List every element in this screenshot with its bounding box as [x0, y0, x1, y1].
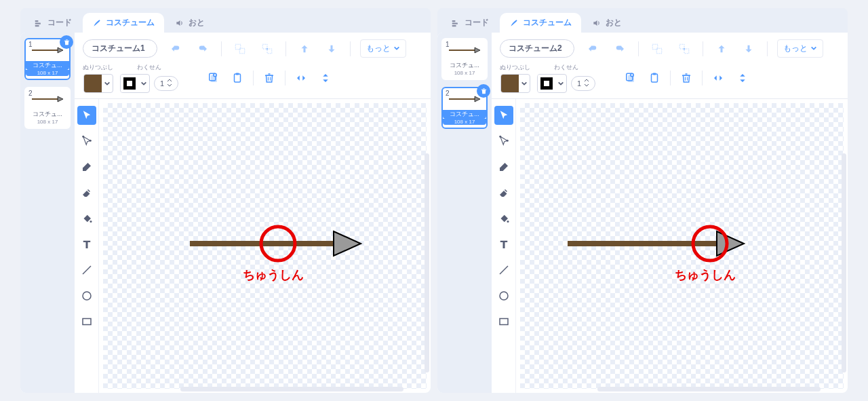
- svg-point-16: [89, 140, 91, 142]
- outline-width-input[interactable]: 1: [571, 76, 595, 91]
- costume-thumbnail[interactable]: 1 コスチュ... 108 x 17: [441, 38, 488, 80]
- fill-tool[interactable]: [494, 209, 513, 228]
- text-tool[interactable]: [494, 235, 513, 254]
- tab-label: コスチューム: [106, 17, 155, 28]
- brush-tool[interactable]: [77, 157, 96, 176]
- forward-button[interactable]: [713, 40, 730, 58]
- canvas[interactable]: ちゅうしん: [516, 99, 848, 393]
- copy-button[interactable]: [204, 69, 222, 87]
- undo-button[interactable]: [167, 40, 184, 58]
- flip-horizontal-button[interactable]: [709, 69, 727, 87]
- costume-name-input[interactable]: コスチューム1: [83, 39, 157, 58]
- tab-costumes[interactable]: コスチューム: [83, 13, 164, 33]
- eraser-tool[interactable]: [494, 183, 513, 202]
- tab-code[interactable]: コード: [441, 13, 498, 33]
- delete-costume-button[interactable]: [60, 35, 73, 49]
- outline-color-picker[interactable]: [537, 74, 567, 93]
- fill-swatch: [501, 75, 519, 92]
- backward-button[interactable]: [740, 40, 757, 58]
- costume-thumbnail[interactable]: 2 コスチュ... 108 x 17: [24, 87, 71, 129]
- delete-button[interactable]: [260, 69, 278, 87]
- chevron-down-icon: [519, 80, 530, 87]
- svg-rect-14: [236, 73, 239, 75]
- outline-width-input[interactable]: 1: [154, 76, 178, 91]
- redo-button[interactable]: [611, 40, 629, 58]
- costume-list: 1 コスチュ... 108 x 17 2 コスチュ... 108 x 17: [437, 33, 492, 393]
- outline-color-picker[interactable]: [120, 74, 150, 93]
- forward-button[interactable]: [296, 40, 313, 58]
- paste-button[interactable]: [646, 69, 663, 87]
- reshape-tool[interactable]: [494, 132, 513, 151]
- ungroup-button[interactable]: [675, 40, 693, 58]
- delete-button[interactable]: [677, 69, 695, 87]
- costume-thumbnail[interactable]: 2 コスチュ... 108 x 17: [441, 87, 488, 129]
- more-menu[interactable]: もっと: [777, 39, 823, 58]
- select-tool[interactable]: [77, 106, 96, 125]
- brush-icon: [509, 18, 519, 28]
- line-tool[interactable]: [77, 261, 96, 280]
- chevron-down-icon: [102, 80, 113, 87]
- thumb-index: 1: [28, 41, 33, 48]
- svg-point-18: [83, 292, 91, 300]
- eraser-tool[interactable]: [77, 183, 96, 202]
- fill-color-picker[interactable]: [500, 74, 530, 93]
- brush-icon: [92, 18, 102, 28]
- backward-button[interactable]: [323, 40, 340, 58]
- tab-costumes[interactable]: コスチューム: [500, 13, 581, 33]
- vertical-scrollbar[interactable]: [842, 153, 846, 373]
- sound-icon: [175, 18, 184, 28]
- line-tool[interactable]: [494, 261, 513, 280]
- fill-tool[interactable]: [77, 209, 96, 228]
- chevron-down-icon: [138, 80, 149, 87]
- svg-point-9: [267, 47, 269, 50]
- group-button[interactable]: [231, 40, 249, 58]
- thumb-size: 108 x 17: [443, 70, 486, 76]
- brush-tool[interactable]: [494, 157, 513, 176]
- circle-tool[interactable]: [77, 286, 96, 305]
- group-button[interactable]: [648, 40, 666, 58]
- redo-button[interactable]: [194, 40, 212, 58]
- ungroup-button[interactable]: [258, 40, 276, 58]
- circle-tool[interactable]: [494, 286, 513, 305]
- costume-name-input[interactable]: コスチューム2: [500, 39, 574, 58]
- flip-vertical-button[interactable]: [734, 69, 751, 87]
- canvas[interactable]: ちゅうしん: [99, 99, 431, 393]
- rect-tool[interactable]: [494, 312, 513, 331]
- editor-pane: コードコスチュームおと 1 コスチュ... 108 x 17 2 コスチュ...…: [20, 8, 431, 393]
- tab-bar: コードコスチュームおと: [437, 8, 848, 33]
- delete-costume-button[interactable]: [477, 84, 490, 98]
- outline-width-value: 1: [160, 79, 164, 88]
- horizontal-scrollbar[interactable]: [597, 387, 821, 392]
- svg-point-39: [507, 221, 509, 223]
- text-tool[interactable]: [77, 235, 96, 254]
- paint-toolbar: コスチューム2 もっと ぬりつぶし わくせん 1: [492, 33, 848, 99]
- vertical-scrollbar[interactable]: [425, 153, 429, 373]
- rect-tool[interactable]: [77, 312, 96, 331]
- tab-label: コード: [465, 17, 489, 28]
- chevron-down-icon: [555, 80, 566, 87]
- thumb-size: 108 x 17: [443, 119, 486, 125]
- fill-color-picker[interactable]: [83, 74, 113, 93]
- more-menu[interactable]: もっと: [360, 39, 406, 58]
- tab-code[interactable]: コード: [24, 13, 81, 33]
- reshape-tool[interactable]: [77, 132, 96, 151]
- undo-button[interactable]: [584, 40, 601, 58]
- svg-rect-0: [35, 20, 39, 21]
- copy-button[interactable]: [621, 69, 639, 87]
- flip-horizontal-button[interactable]: [292, 69, 310, 87]
- svg-point-38: [506, 140, 508, 142]
- tab-sounds[interactable]: おと: [165, 13, 214, 33]
- svg-rect-2: [35, 24, 39, 26]
- tab-sounds[interactable]: おと: [583, 13, 631, 33]
- tool-column: [492, 99, 516, 393]
- fill-label: ぬりつぶし: [500, 63, 530, 93]
- svg-rect-13: [235, 74, 241, 82]
- tab-label: おと: [189, 17, 205, 28]
- select-tool[interactable]: [494, 106, 513, 125]
- paste-button[interactable]: [229, 69, 246, 87]
- flip-vertical-button[interactable]: [317, 69, 334, 87]
- tab-label: おと: [606, 17, 622, 28]
- costume-thumbnail[interactable]: 1 コスチュ... 108 x 17: [24, 38, 71, 80]
- more-label: もっと: [783, 43, 808, 54]
- horizontal-scrollbar[interactable]: [180, 387, 403, 392]
